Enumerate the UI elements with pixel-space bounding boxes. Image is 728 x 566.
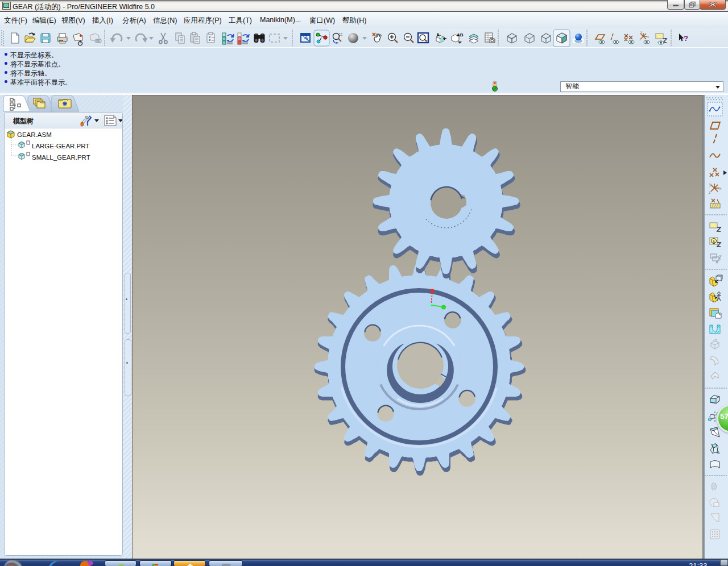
svg-text:x: x: [647, 35, 649, 39]
svg-text:y: y: [709, 182, 712, 187]
svg-text:A: A: [713, 240, 715, 244]
svg-text:y: y: [640, 30, 642, 34]
svg-text:?: ?: [684, 34, 688, 43]
svg-text:AB: AB: [457, 32, 464, 38]
svg-text:x: x: [719, 186, 722, 190]
svg-text:z: z: [709, 190, 711, 194]
svg-text:z: z: [639, 38, 641, 41]
